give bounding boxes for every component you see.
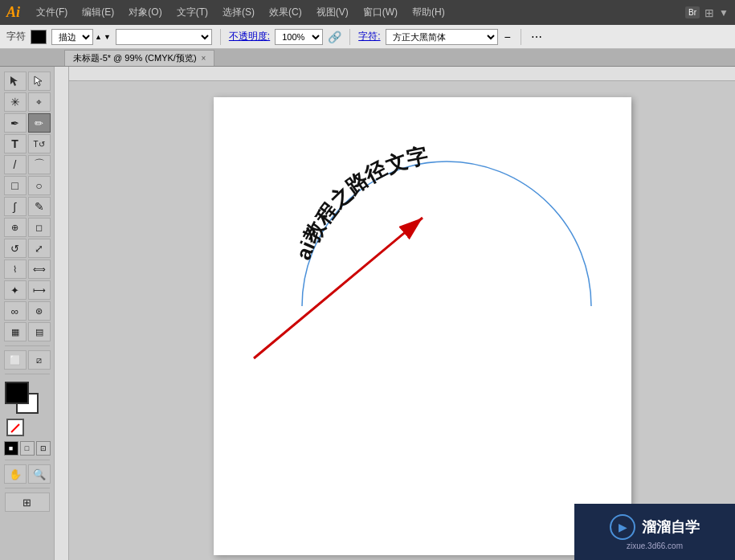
artboard: ai教程之路径文字 (214, 97, 631, 555)
pen-tool-btn[interactable]: ✒ (4, 113, 27, 133)
vertical-ruler (55, 67, 69, 560)
options-bar: 字符 描边 ▲ ▼ 不透明度: 100% 🔗 字符: 方正大黑简体 − ⋯ (0, 25, 735, 49)
zifu-label: 字符 (6, 30, 26, 43)
transform-tools-row: ↺ ⤢ (4, 239, 51, 258)
watermark-logo-icon: ▶ (610, 514, 635, 540)
title-bar: Ai 文件(F) 编辑(E) 对象(O) 文字(T) 选择(S) 效果(C) 视… (0, 0, 735, 25)
extra-tool-btn[interactable]: ⊞ (5, 493, 50, 512)
line-tool-btn[interactable]: / (4, 155, 27, 174)
graph-tools-row: ▦ ▤ (4, 322, 51, 341)
warp-tool-btn[interactable]: ⌇ (4, 260, 27, 279)
rect-tool-btn[interactable]: □ (4, 176, 27, 195)
watermark: ▶ 溜溜自学 zixue.3d66.com (574, 504, 735, 560)
symbol-btn[interactable]: ⊛ (28, 301, 51, 321)
menu-file[interactable]: 文件(F) (30, 4, 74, 21)
width-tool-btn[interactable]: ⟺ (28, 260, 51, 279)
title-icons: Br ⊞ ▼ (685, 6, 729, 19)
menu-view[interactable]: 视图(V) (310, 4, 355, 21)
warp-tools-row: ⌇ ⟺ (4, 260, 51, 279)
lasso-btn[interactable]: ⌖ (28, 92, 51, 112)
stroke-up-icon[interactable]: ▲ (95, 33, 102, 41)
line-tools-row: / ⌒ (4, 155, 51, 174)
zoom-tool-btn[interactable]: 🔍 (28, 464, 51, 484)
menu-text[interactable]: 文字(T) (170, 4, 214, 21)
graph-btn[interactable]: ▦ (4, 322, 27, 341)
main-layout: ✳ ⌖ ✒ ✏ T T↺ / ⌒ □ ○ ∫ ✎ ⊕ ◻ ↺ ⤢ (0, 67, 735, 560)
left-toolbar: ✳ ⌖ ✒ ✏ T T↺ / ⌒ □ ○ ∫ ✎ ⊕ ◻ ↺ ⤢ (0, 67, 55, 560)
pencil-tool-btn[interactable]: ✎ (28, 197, 51, 216)
pen-active-btn[interactable]: ✏ (28, 113, 51, 133)
slice-btn[interactable]: ⧄ (28, 350, 51, 370)
no-color-swatch[interactable] (6, 419, 24, 436)
type-extra-btn[interactable]: T↺ (28, 134, 51, 153)
watermark-brand: 溜溜自学 (642, 517, 700, 537)
stroke-style-dropdown[interactable] (116, 29, 212, 45)
blend-tools-row: ∞ ⊛ (4, 301, 51, 321)
blob-tools-row: ⊕ ◻ (4, 218, 51, 237)
artboard-btn[interactable]: ⬜ (4, 350, 27, 370)
foreground-swatch[interactable] (5, 382, 29, 404)
arc-tool-btn[interactable]: ⌒ (28, 155, 51, 174)
tool-separator (5, 345, 50, 346)
blob-tool-btn[interactable]: ⊕ (4, 218, 27, 237)
brush-tool-btn[interactable]: ∫ (4, 197, 27, 216)
br-icon[interactable]: Br (685, 6, 700, 18)
menu-bar: 文件(F) 编辑(E) 对象(O) 文字(T) 选择(S) 效果(C) 视图(V… (30, 4, 685, 21)
tab-title: 未标题-5* @ 99% (CMYK/预览) (73, 52, 197, 64)
chevron-down-icon[interactable]: ▼ (719, 7, 729, 18)
menu-select[interactable]: 选择(S) (216, 4, 261, 21)
opacity-label[interactable]: 不透明度: (229, 30, 270, 43)
type-tool-btn[interactable]: T (4, 134, 27, 153)
bottom-tools-row: ✋ 🔍 (4, 464, 51, 484)
eyedropper-btn[interactable]: ✦ (4, 280, 27, 300)
horizontal-ruler (69, 67, 735, 81)
font-family-select[interactable]: 方正大黑简体 (386, 29, 498, 45)
direct-selection-tool-btn[interactable] (28, 72, 51, 91)
watermark-top: ▶ 溜溜自学 (610, 514, 700, 540)
scale-tool-btn[interactable]: ⤢ (28, 239, 51, 258)
color-area (5, 382, 50, 436)
font-extra-btn[interactable]: ⋯ (529, 31, 544, 43)
eraser-tool-btn[interactable]: ◻ (28, 218, 51, 237)
menu-effect[interactable]: 效果(C) (263, 4, 308, 21)
shape-tools-row: □ ○ (4, 176, 51, 195)
measure-btn[interactable]: ⟼ (28, 280, 51, 300)
menu-help[interactable]: 帮助(H) (406, 4, 451, 21)
stroke-down-icon[interactable]: ▼ (104, 33, 111, 41)
hand-tool-btn[interactable]: ✋ (4, 464, 27, 484)
tab-close-btn[interactable]: × (202, 54, 206, 63)
graph-extra-btn[interactable]: ▤ (28, 322, 51, 341)
tool-separator-4 (5, 488, 50, 488)
pen-tools-row: ✒ ✏ (4, 113, 51, 133)
grid-icon[interactable]: ⊞ (704, 6, 714, 19)
app-logo: Ai (6, 4, 20, 21)
rotate-tool-btn[interactable]: ↺ (4, 239, 27, 258)
menu-window[interactable]: 窗口(W) (357, 4, 404, 21)
eyedropper-tools-row: ✦ ⟼ (4, 280, 51, 300)
menu-edit[interactable]: 编辑(E) (76, 4, 120, 21)
ellipse-tool-btn[interactable]: ○ (28, 176, 51, 195)
tool-separator-2 (5, 374, 50, 374)
normal-view-btn[interactable]: ■ (4, 441, 18, 456)
color-swatch[interactable] (31, 30, 47, 44)
menu-object[interactable]: 对象(O) (122, 4, 168, 21)
opacity-select[interactable]: 100% (275, 29, 323, 45)
type-tools-row: T T↺ (4, 134, 51, 153)
magic-wand-btn[interactable]: ✳ (4, 92, 27, 112)
blend-btn[interactable]: ∞ (4, 301, 27, 321)
full-view-btn[interactable]: □ (20, 441, 35, 456)
document-tab[interactable]: 未标题-5* @ 99% (CMYK/预览) × (64, 50, 214, 66)
artboard-slice-row: ⬜ ⧄ (4, 350, 51, 370)
view-mode-row: ■ □ ⊡ (4, 441, 51, 456)
canvas-area[interactable]: ai教程之路径文字 ▶ (55, 67, 735, 560)
font-minus-btn[interactable]: − (503, 31, 512, 43)
canvas-inner: ai教程之路径文字 ▶ (69, 81, 735, 560)
selection-tool-btn[interactable] (4, 72, 27, 91)
tool-separator-3 (5, 460, 50, 460)
full-screen-btn[interactable]: ⊡ (36, 441, 51, 456)
font-label[interactable]: 字符: (358, 30, 380, 43)
opacity-link-icon[interactable]: 🔗 (328, 31, 341, 43)
tab-bar: 未标题-5* @ 99% (CMYK/预览) × (0, 49, 735, 67)
brush-tools-row: ∫ ✎ (4, 197, 51, 216)
stroke-dropdown[interactable]: 描边 (51, 29, 93, 45)
